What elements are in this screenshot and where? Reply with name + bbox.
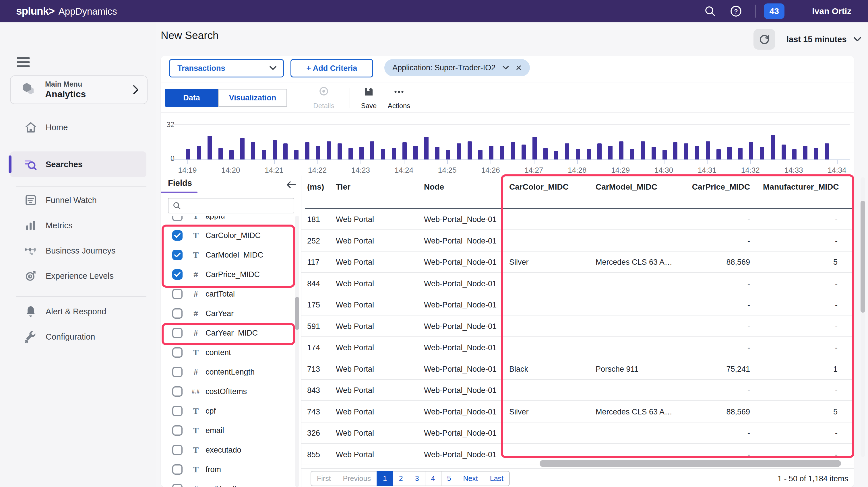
sidebar-item-business-journeys[interactable]: Business Journeys xyxy=(10,240,146,261)
checkbox-unchecked-icon[interactable] xyxy=(172,484,183,487)
column-header-carprice-midc[interactable]: CarPrice_MIDC xyxy=(670,183,750,192)
field-row-email[interactable]: T email xyxy=(161,421,293,440)
table-row[interactable]: 117Web PortalWeb-Portal_Node-01SilverMer… xyxy=(301,252,854,273)
field-label: costOfItems xyxy=(206,387,247,396)
table-row[interactable]: 174Web PortalWeb-Portal_Node-01-- xyxy=(301,337,854,358)
page-button-5[interactable]: 5 xyxy=(441,471,458,486)
column-header-carcolor-midc[interactable]: CarColor_MIDC xyxy=(509,183,592,192)
checkbox-unchecked-icon[interactable] xyxy=(172,328,183,338)
field-row-carprice-midc[interactable]: # CarPrice_MIDC xyxy=(161,265,293,284)
sidebar-item-searches[interactable]: Searches xyxy=(10,152,146,177)
application-filter-pill[interactable]: Application: Super-Trader-IO2 xyxy=(384,59,530,76)
field-row-cpf[interactable]: T cpf xyxy=(161,401,293,421)
table-row[interactable]: 743Web PortalWeb-Portal_Node-01SilverMer… xyxy=(301,401,854,422)
user-menu[interactable]: Ivan Ortiz xyxy=(812,6,851,16)
field-row-caryear-midc[interactable]: # CarYear_MIDC xyxy=(161,323,293,343)
sidebar-item-experience-levels[interactable]: Experience Levels xyxy=(10,266,146,286)
table-row[interactable]: 181Web PortalWeb-Portal_Node-01-- xyxy=(301,209,854,230)
fields-scrollbar-thumb[interactable] xyxy=(295,297,299,330)
column-header--ms-[interactable]: (ms) xyxy=(307,183,333,192)
save-button[interactable]: Save xyxy=(352,87,386,110)
sidebar-item-alert-respond[interactable]: Alert & Respond xyxy=(10,301,146,322)
table-row[interactable]: 713Web PortalWeb-Portal_Node-01BlackPors… xyxy=(301,358,854,380)
chart-bar xyxy=(522,144,526,160)
field-label: CarYear xyxy=(206,309,234,318)
tab-visualization[interactable]: Visualization xyxy=(218,89,287,107)
table-cell: - xyxy=(670,279,750,288)
checkbox-unchecked-icon[interactable] xyxy=(172,445,183,455)
checkbox-checked-icon[interactable] xyxy=(172,230,183,240)
table-cell: 174 xyxy=(307,343,333,352)
checkbox-unchecked-icon[interactable] xyxy=(172,406,183,416)
main-menu-card[interactable]: Main Menu Analytics xyxy=(10,75,148,104)
checkbox-checked-icon[interactable] xyxy=(172,250,183,260)
table-horizontal-scrollbar-thumb[interactable] xyxy=(539,460,841,467)
table-row[interactable]: 843Web PortalWeb-Portal_Node-01-- xyxy=(301,380,854,401)
help-icon[interactable]: ? xyxy=(730,5,742,18)
checkbox-unchecked-icon[interactable] xyxy=(172,386,183,397)
field-row-from[interactable]: T from xyxy=(161,460,293,479)
sidebar-item-metrics[interactable]: Metrics xyxy=(10,215,146,236)
field-row-appid[interactable]: T appId xyxy=(161,216,293,226)
field-row-costofitems[interactable]: #.# costOfItems xyxy=(161,382,293,401)
column-header-manufacturer-midc[interactable]: Manufacturer_MIDC xyxy=(763,183,838,192)
app-root: splunk> AppDynamics ? 43 Ivan Ortiz xyxy=(0,0,868,487)
field-row-contentlength[interactable]: # contentLength xyxy=(161,362,293,382)
add-criteria-button[interactable]: + Add Criteria xyxy=(290,59,373,77)
table-row[interactable]: 844Web PortalWeb-Portal_Node-01-- xyxy=(301,273,854,294)
field-label: content xyxy=(206,348,231,357)
table-row[interactable]: 326Web PortalWeb-Portal_Node-01-- xyxy=(301,422,854,444)
checkbox-unchecked-icon[interactable] xyxy=(172,289,183,299)
chart-bar xyxy=(186,149,190,160)
page-button-next[interactable]: Next xyxy=(457,471,484,486)
field-row-caryear[interactable]: # CarYear xyxy=(161,304,293,323)
fields-search-input[interactable] xyxy=(184,201,293,210)
table-row[interactable]: 175Web PortalWeb-Portal_Node-01-- xyxy=(301,294,854,316)
hamburger-menu-icon[interactable] xyxy=(17,57,30,68)
table-cell: 855 xyxy=(307,450,333,459)
field-row-carcolor-midc[interactable]: T CarColor_MIDC xyxy=(161,226,293,245)
timeline-bar-chart[interactable] xyxy=(186,125,840,160)
checkbox-unchecked-icon[interactable] xyxy=(172,367,183,377)
brand-logo: splunk> AppDynamics xyxy=(16,5,117,17)
sidebar-item-home[interactable]: Home xyxy=(10,117,146,138)
field-row-content[interactable]: T content xyxy=(161,343,293,362)
checkbox-unchecked-icon[interactable] xyxy=(172,425,183,436)
search-icon[interactable] xyxy=(704,5,716,18)
table-row[interactable]: 252Web PortalWeb-Portal_Node-01-- xyxy=(301,230,854,252)
collapse-panel-icon[interactable] xyxy=(286,180,297,190)
field-row-carmodel-midc[interactable]: T CarModel_MIDC xyxy=(161,245,293,265)
notification-badge[interactable]: 43 xyxy=(764,3,784,19)
sidebar-item-funnel-watch[interactable]: Funnel Watch xyxy=(10,190,146,210)
refresh-button[interactable] xyxy=(753,29,775,50)
table-row[interactable]: 591Web PortalWeb-Portal_Node-01-- xyxy=(301,316,854,337)
field-row-getyear-[interactable]: # getYear() xyxy=(161,479,293,487)
checkbox-unchecked-icon[interactable] xyxy=(172,347,183,358)
field-row-executado[interactable]: T executado xyxy=(161,440,293,460)
checkbox-checked-icon[interactable] xyxy=(172,269,183,280)
checkbox-unchecked-icon[interactable] xyxy=(172,464,183,475)
checkbox-unchecked-icon[interactable] xyxy=(172,308,183,319)
table-cell: Web Portal xyxy=(336,322,419,331)
fields-scrollbar-track[interactable] xyxy=(295,216,299,487)
page-button-2[interactable]: 2 xyxy=(393,471,409,486)
pagination-summary: 1 - 50 of 1,184 items xyxy=(712,475,848,483)
table-vertical-scrollbar-thumb[interactable] xyxy=(861,201,865,313)
table-cell: Web Portal xyxy=(336,237,419,246)
scope-select[interactable]: Transactions xyxy=(169,59,284,77)
page-button-3[interactable]: 3 xyxy=(409,471,425,486)
column-header-node[interactable]: Node xyxy=(424,183,507,192)
sidebar-item-configuration[interactable]: Configuration xyxy=(10,326,146,347)
actions-button[interactable]: Actions xyxy=(382,87,416,110)
page-button-4[interactable]: 4 xyxy=(425,471,441,486)
checkbox-unchecked-icon[interactable] xyxy=(172,216,183,221)
time-range-label: last 15 minutes xyxy=(786,35,847,44)
column-header-tier[interactable]: Tier xyxy=(336,183,419,192)
time-range-dropdown[interactable]: last 15 minutes xyxy=(786,29,862,50)
field-row-carttotal[interactable]: # cartTotal xyxy=(161,284,293,304)
page-button-last[interactable]: Last xyxy=(484,471,510,486)
tab-data[interactable]: Data xyxy=(165,89,218,107)
table-cell: - xyxy=(763,322,838,331)
page-button-1[interactable]: 1 xyxy=(377,471,393,486)
fields-panel-title: Fields xyxy=(168,178,192,188)
